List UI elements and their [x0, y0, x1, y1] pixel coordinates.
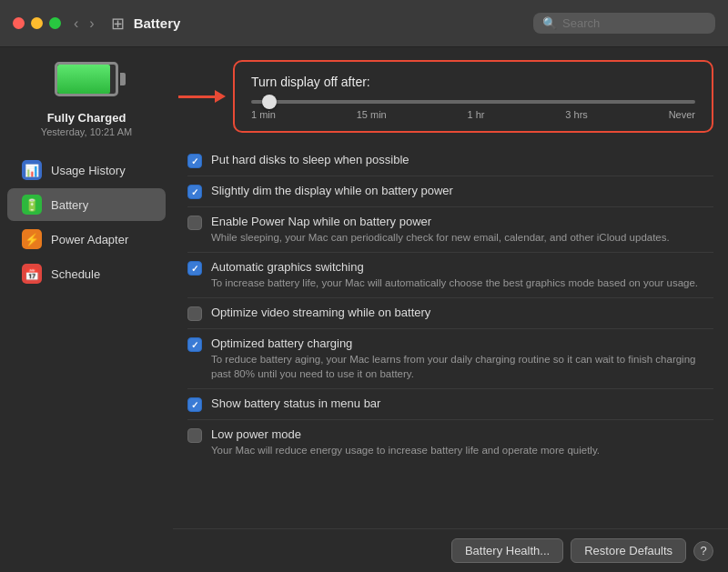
setting-dim-display: ✓ Slightly dim the display while on batt…	[187, 176, 713, 207]
setting-dim-display-label: Slightly dim the display while on batter…	[211, 184, 713, 197]
sidebar-item-label: Power Adapter	[51, 233, 128, 246]
main-layout: Fully Charged Yesterday, 10:21 AM 📊 Usag…	[0, 47, 728, 572]
sidebar-item-usage-history[interactable]: 📊 Usage History	[7, 154, 166, 186]
search-icon: 🔍	[542, 16, 557, 30]
setting-video-streaming: Optimize video streaming while on batter…	[187, 298, 713, 329]
content-scroll: Turn display off after: 1 min 15 min 1 h…	[173, 47, 728, 528]
content-area: Turn display off after: 1 min 15 min 1 h…	[173, 47, 728, 572]
tick-1min: 1 min	[251, 109, 276, 120]
tick-3hrs: 3 hrs	[565, 109, 587, 120]
setting-low-power-label: Low power mode	[211, 427, 713, 441]
setting-video-streaming-text: Optimize video streaming while on batter…	[211, 306, 713, 319]
slider-ticks: 1 min 15 min 1 hr 3 hrs Never	[251, 109, 695, 120]
arrow-head	[215, 90, 226, 103]
setting-power-nap-label: Enable Power Nap while on battery power	[211, 215, 713, 228]
usage-history-icon: 📊	[22, 160, 42, 180]
maximize-button[interactable]	[49, 17, 61, 29]
checkbox-power-nap[interactable]	[187, 216, 202, 230]
sidebar-item-battery[interactable]: 🔋 Battery	[7, 188, 166, 221]
checkbox-hard-disks[interactable]: ✓	[187, 154, 202, 168]
grid-icon: ⊞	[111, 14, 125, 34]
tick-never: Never	[669, 109, 695, 120]
arrow-shaft	[178, 95, 215, 98]
traffic-lights	[13, 17, 61, 29]
highlight-arrow	[178, 90, 226, 103]
setting-auto-graphics-sub: To increase battery life, your Mac will …	[211, 276, 713, 290]
sidebar-item-label: Schedule	[51, 267, 100, 281]
setting-low-power-text: Low power mode Your Mac will reduce ener…	[211, 427, 713, 457]
power-adapter-icon: ⚡	[22, 229, 42, 249]
battery-body	[55, 62, 118, 96]
footer: Battery Health... Restore Defaults ?	[173, 528, 728, 572]
setting-auto-graphics-text: Automatic graphics switching To increase…	[211, 260, 713, 290]
sidebar-item-schedule[interactable]: 📅 Schedule	[7, 257, 166, 290]
minimize-button[interactable]	[31, 17, 43, 29]
battery-time-label: Yesterday, 10:21 AM	[41, 126, 132, 137]
setting-low-power: Low power mode Your Mac will reduce ener…	[187, 420, 713, 465]
restore-defaults-button[interactable]: Restore Defaults	[571, 538, 686, 563]
battery-status-label: Fully Charged	[47, 111, 126, 125]
setting-hard-disks-label: Put hard disks to sleep when possible	[211, 153, 713, 166]
sidebar: Fully Charged Yesterday, 10:21 AM 📊 Usag…	[0, 47, 173, 572]
tick-1hr: 1 hr	[468, 109, 485, 120]
battery-graphic	[55, 62, 118, 100]
setting-menu-bar: ✓ Show battery status in menu bar	[187, 389, 713, 420]
setting-optimized-charging: ✓ Optimized battery charging To reduce b…	[187, 329, 713, 389]
titlebar: ‹ › ⊞ Battery 🔍	[0, 0, 728, 47]
search-box[interactable]: 🔍	[533, 13, 715, 34]
back-button[interactable]: ‹	[70, 14, 82, 34]
close-button[interactable]	[13, 17, 25, 29]
sidebar-item-label: Battery	[51, 198, 88, 212]
checkmark: ✓	[191, 156, 198, 166]
slider-thumb[interactable]	[262, 95, 277, 109]
sidebar-nav: 📊 Usage History 🔋 Battery ⚡ Power Adapte…	[0, 152, 173, 292]
setting-low-power-sub: Your Mac will reduce energy usage to inc…	[211, 443, 713, 457]
tick-15min: 15 min	[357, 109, 387, 120]
checkbox-auto-graphics[interactable]: ✓	[187, 261, 202, 276]
settings-list: ✓ Put hard disks to sleep when possible …	[187, 146, 713, 465]
setting-dim-display-text: Slightly dim the display while on batter…	[211, 184, 713, 197]
setting-hard-disks: ✓ Put hard disks to sleep when possible	[187, 146, 713, 176]
nav-arrows: ‹ ›	[70, 14, 98, 34]
window-title: Battery	[134, 15, 533, 31]
setting-optimized-charging-text: Optimized battery charging To reduce bat…	[211, 336, 713, 381]
checkbox-optimized-charging[interactable]: ✓	[187, 337, 202, 352]
slider-section: Turn display off after: 1 min 15 min 1 h…	[233, 60, 713, 133]
setting-power-nap-text: Enable Power Nap while on battery power …	[211, 215, 713, 245]
forward-button[interactable]: ›	[86, 14, 97, 34]
setting-menu-bar-label: Show battery status in menu bar	[211, 396, 713, 410]
checkbox-dim-display[interactable]: ✓	[187, 185, 202, 199]
setting-hard-disks-text: Put hard disks to sleep when possible	[211, 153, 713, 166]
schedule-icon: 📅	[22, 264, 42, 284]
setting-menu-bar-text: Show battery status in menu bar	[211, 396, 713, 410]
checkbox-menu-bar[interactable]: ✓	[187, 397, 202, 412]
slider-track-container	[251, 100, 695, 104]
checkmark: ✓	[191, 264, 198, 274]
checkbox-low-power[interactable]	[187, 428, 202, 443]
setting-power-nap: Enable Power Nap while on battery power …	[187, 207, 713, 253]
setting-power-nap-sub: While sleeping, your Mac can periodicall…	[211, 230, 713, 245]
setting-optimized-charging-label: Optimized battery charging	[211, 336, 713, 350]
slider-track	[251, 100, 695, 104]
battery-tip	[120, 73, 126, 85]
battery-icon: 🔋	[22, 195, 42, 215]
sidebar-item-power-adapter[interactable]: ⚡ Power Adapter	[7, 223, 166, 256]
checkmark: ✓	[191, 340, 198, 350]
battery-fill	[57, 65, 110, 94]
search-input[interactable]	[562, 16, 706, 30]
checkmark: ✓	[191, 400, 198, 410]
battery-health-button[interactable]: Battery Health...	[451, 538, 563, 563]
setting-auto-graphics: ✓ Automatic graphics switching To increa…	[187, 253, 713, 298]
slider-label: Turn display off after:	[251, 75, 695, 89]
help-button[interactable]: ?	[693, 541, 713, 561]
slider-box: Turn display off after: 1 min 15 min 1 h…	[233, 60, 713, 133]
setting-video-streaming-label: Optimize video streaming while on batter…	[211, 306, 713, 319]
checkbox-video-streaming[interactable]	[187, 306, 202, 321]
sidebar-item-label: Usage History	[51, 164, 126, 177]
checkmark: ✓	[191, 187, 198, 197]
setting-optimized-charging-sub: To reduce battery aging, your Mac learns…	[211, 352, 713, 381]
setting-auto-graphics-label: Automatic graphics switching	[211, 260, 713, 274]
